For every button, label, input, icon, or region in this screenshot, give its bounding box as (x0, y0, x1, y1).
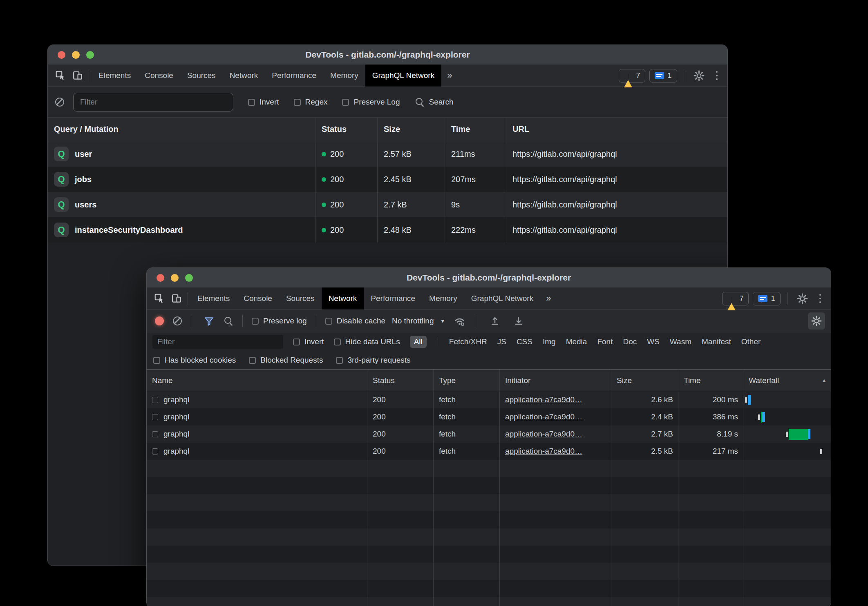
warnings-badge[interactable]: ! 7 (619, 69, 645, 82)
invert-checkbox[interactable] (293, 339, 300, 345)
preserve-log-checkbox-group[interactable]: Preserve log (252, 316, 307, 325)
type-filter-wasm[interactable]: Wasm (670, 337, 691, 346)
third-party-requests-checkbox-group[interactable]: 3rd-party requests (336, 356, 410, 365)
settings-button[interactable] (691, 67, 708, 84)
titlebar[interactable]: DevTools - gitlab.com/-/graphql-explorer (48, 45, 727, 65)
type-filter-media[interactable]: Media (566, 337, 587, 346)
filter-input[interactable] (73, 93, 233, 111)
tab-elements[interactable]: Elements (190, 287, 237, 310)
waterfall-bar[interactable] (743, 391, 831, 408)
more-tabs-chevron[interactable]: » (441, 70, 458, 81)
column-header-query-mutation[interactable]: Query / Mutation (48, 118, 315, 141)
inspect-element-button[interactable] (52, 67, 69, 84)
invert-checkbox-group[interactable]: Invert (248, 98, 279, 107)
row-checkbox[interactable] (152, 448, 158, 454)
regex-checkbox[interactable] (294, 99, 301, 106)
throttling-dropdown[interactable]: No throttling ▾ (392, 316, 444, 325)
type-filter-css[interactable]: CSS (517, 337, 532, 346)
column-header-size[interactable]: Size (611, 370, 678, 391)
more-options-menu[interactable] (712, 71, 722, 80)
disable-cache-checkbox[interactable] (325, 318, 332, 325)
has-blocked-cookies-checkbox[interactable] (153, 357, 160, 364)
filter-toggle-button[interactable] (200, 312, 217, 330)
tab-console[interactable]: Console (237, 287, 279, 310)
tab-memory[interactable]: Memory (422, 287, 464, 310)
waterfall-bar[interactable] (743, 408, 831, 426)
type-filter-font[interactable]: Font (597, 337, 613, 346)
type-filter-js[interactable]: JS (497, 337, 506, 346)
type-filter-all[interactable]: All (410, 336, 427, 348)
tab-sources[interactable]: Sources (180, 65, 223, 87)
column-header-waterfall[interactable]: Waterfall ▲ (743, 370, 831, 391)
tab-performance[interactable]: Performance (265, 65, 323, 87)
invert-checkbox[interactable] (248, 99, 255, 106)
table-row[interactable]: Qjobs 200 2.45 kB 207ms https://gitlab.c… (48, 167, 727, 192)
table-row[interactable]: Qusers 200 2.7 kB 9s https://gitlab.com/… (48, 192, 727, 217)
disable-cache-checkbox-group[interactable]: Disable cache (325, 316, 385, 325)
table-row[interactable]: Quser 200 2.57 kB 211ms https://gitlab.c… (48, 141, 727, 167)
tab-memory[interactable]: Memory (323, 65, 365, 87)
column-header-name[interactable]: Name (147, 370, 367, 391)
device-toolbar-button[interactable] (168, 290, 185, 307)
initiator-link[interactable]: application-a7ca9d0… (505, 447, 582, 456)
row-checkbox[interactable] (152, 431, 158, 437)
column-header-type[interactable]: Type (434, 370, 500, 391)
export-har-button[interactable] (510, 312, 527, 330)
tab-graphql-network[interactable]: GraphQL Network (464, 287, 540, 310)
inspect-element-button[interactable] (151, 290, 168, 307)
blocked-requests-checkbox-group[interactable]: Blocked Requests (249, 356, 323, 365)
initiator-link[interactable]: application-a7ca9d0… (505, 430, 582, 439)
column-header-time[interactable]: Time (445, 118, 506, 141)
waterfall-bar[interactable] (743, 443, 831, 460)
type-filter-fetch-xhr[interactable]: Fetch/XHR (449, 337, 487, 346)
network-conditions-button[interactable] (451, 312, 468, 330)
tab-network[interactable]: Network (223, 65, 265, 87)
tab-sources[interactable]: Sources (279, 287, 322, 310)
column-header-status[interactable]: Status (315, 118, 378, 141)
hide-data-urls-checkbox[interactable] (334, 339, 341, 345)
clear-icon[interactable] (55, 98, 64, 107)
network-settings-button[interactable] (808, 312, 825, 330)
request-row[interactable]: graphql 200 fetch application-a7ca9d0… 2… (147, 443, 831, 460)
column-header-url[interactable]: URL (506, 118, 727, 141)
record-network-log-button[interactable] (155, 316, 164, 325)
type-filter-doc[interactable]: Doc (623, 337, 637, 346)
preserve-log-checkbox-group[interactable]: Preserve Log (342, 98, 400, 107)
regex-checkbox-group[interactable]: Regex (294, 98, 328, 107)
third-party-requests-checkbox[interactable] (336, 357, 343, 364)
tab-network[interactable]: Network (322, 287, 364, 310)
issues-badge[interactable]: 1 (753, 292, 780, 305)
type-filter-ws[interactable]: WS (647, 337, 660, 346)
hide-data-urls-checkbox-group[interactable]: Hide data URLs (334, 337, 400, 346)
row-checkbox[interactable] (152, 397, 158, 403)
table-row[interactable]: QinstanceSecurityDashboard 200 2.48 kB 2… (48, 217, 727, 243)
column-header-status[interactable]: Status (367, 370, 434, 391)
tab-graphql-network[interactable]: GraphQL Network (365, 65, 441, 87)
search-control[interactable]: Search (415, 98, 453, 107)
type-filter-manifest[interactable]: Manifest (702, 337, 731, 346)
more-options-menu[interactable] (815, 294, 825, 303)
sort-ascending-icon[interactable]: ▲ (821, 377, 831, 383)
blocked-requests-checkbox[interactable] (249, 357, 256, 364)
tab-performance[interactable]: Performance (364, 287, 422, 310)
initiator-link[interactable]: application-a7ca9d0… (505, 412, 582, 421)
preserve-log-checkbox[interactable] (342, 99, 349, 106)
request-row[interactable]: graphql 200 fetch application-a7ca9d0… 2… (147, 408, 831, 426)
initiator-link[interactable]: application-a7ca9d0… (505, 395, 582, 404)
waterfall-bar[interactable] (743, 426, 831, 443)
clear-network-log-icon[interactable] (173, 316, 182, 325)
network-filter-input[interactable] (152, 335, 283, 349)
type-filter-img[interactable]: Img (543, 337, 556, 346)
import-har-button[interactable] (486, 312, 503, 330)
request-row[interactable]: graphql 200 fetch application-a7ca9d0… 2… (147, 426, 831, 443)
warnings-badge[interactable]: ! 7 (722, 292, 749, 305)
column-header-initiator[interactable]: Initiator (500, 370, 611, 391)
request-row[interactable]: graphql 200 fetch application-a7ca9d0… 2… (147, 391, 831, 408)
invert-checkbox-group[interactable]: Invert (293, 337, 324, 346)
tab-console[interactable]: Console (138, 65, 180, 87)
more-tabs-chevron[interactable]: » (540, 293, 557, 304)
row-checkbox[interactable] (152, 414, 158, 420)
column-header-size[interactable]: Size (378, 118, 445, 141)
search-network-icon[interactable] (224, 316, 233, 326)
has-blocked-cookies-checkbox-group[interactable]: Has blocked cookies (153, 356, 236, 365)
